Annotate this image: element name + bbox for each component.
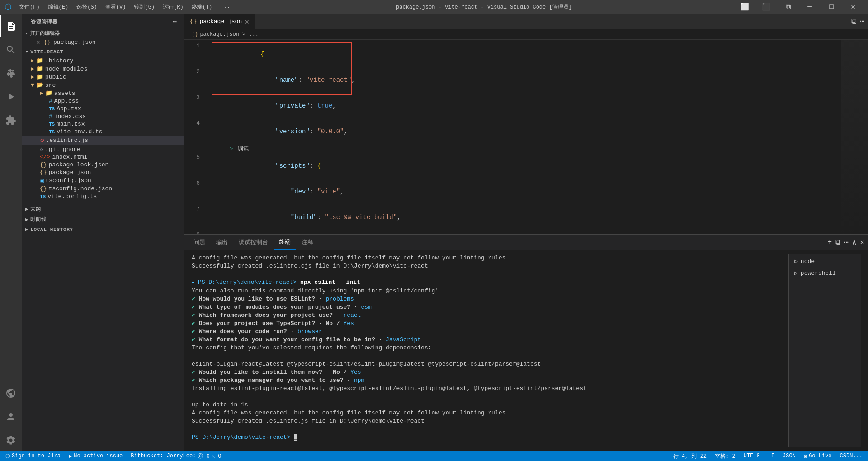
status-line-col[interactable]: 行 4, 列 22 <box>671 452 708 460</box>
line-content-6: "dev": "vite", <box>207 179 841 205</box>
section-local-history[interactable]: ▶ LOCAL HISTORY <box>22 225 184 234</box>
tree-item-node-modules[interactable]: ▶ 📁 node_modules <box>22 65 184 73</box>
titlebar-sidebar-toggle[interactable]: ⬜ <box>734 0 755 14</box>
open-editors-chevron: ▾ <box>25 31 28 36</box>
status-spaces-label: 空格: 2 <box>715 452 736 460</box>
tab-debug-console[interactable]: 调试控制台 <box>233 235 274 250</box>
tab-problems[interactable]: 问题 <box>188 235 211 250</box>
section-outline[interactable]: ▶ 大纲 <box>22 204 184 214</box>
menu-select[interactable]: 选择(S) <box>73 2 101 12</box>
tab-close-icon[interactable]: ✕ <box>245 17 249 26</box>
terminal-split-icon[interactable]: ⧉ <box>835 238 840 247</box>
titlebar: ⬡ 文件(F) 编辑(E) 选择(S) 查看(V) 转到(G) 运行(R) 终端… <box>0 0 868 14</box>
activity-settings[interactable] <box>0 429 22 451</box>
tree-item-gitignore[interactable]: ◇ .gitignore <box>22 145 184 153</box>
terminal-answer-esm: esm <box>361 304 372 310</box>
tab-package-json[interactable]: {} package.json ✕ <box>184 14 255 29</box>
tree-item-package-json[interactable]: {} package.json <box>22 169 184 176</box>
status-no-issue[interactable]: ▶ No active issue <box>67 453 124 460</box>
menu-file[interactable]: 文件(F) <box>15 2 43 12</box>
titlebar-maximize[interactable]: □ <box>821 0 842 14</box>
debug-play-icon[interactable]: ▷ <box>230 145 236 153</box>
titlebar-panel-toggle[interactable]: ⬛ <box>756 0 777 14</box>
tree-item-label: tsconfig.node.json <box>49 185 112 192</box>
terminal-line: Installing eslint-plugin-react@latest, @… <box>192 385 788 393</box>
editor-more-icon[interactable]: ⋯ <box>860 17 864 26</box>
tab-terminal[interactable]: 终端 <box>274 235 296 250</box>
tab-comments[interactable]: 注释 <box>296 235 319 250</box>
tree-item-vite-env[interactable]: TS vite-env.d.ts <box>22 128 184 136</box>
terminal-close-icon[interactable]: ✕ <box>860 238 864 247</box>
activity-remote[interactable] <box>0 382 22 404</box>
terminal-more-icon[interactable]: ⋯ <box>844 238 849 247</box>
status-spaces[interactable]: 空格: 2 <box>713 452 737 460</box>
activity-source-control[interactable] <box>0 62 22 84</box>
status-extra[interactable]: CSDN... <box>838 453 864 459</box>
tree-item-eslintrc[interactable]: ⊙ .eslintrc.js <box>22 136 184 145</box>
tree-item-tsconfig-node[interactable]: {} tsconfig.node.json <box>22 185 184 193</box>
line-content-8: "preview": "vite preview" <box>207 230 841 234</box>
terminal-content[interactable]: A config file was generated, but the con… <box>184 250 868 451</box>
menu-terminal[interactable]: 终端(T) <box>188 2 216 12</box>
menu-edit[interactable]: 编辑(E) <box>44 2 72 12</box>
close-editor-icon[interactable]: ✕ <box>36 38 40 46</box>
terminal-line: A config file was generated, but the con… <box>192 409 788 417</box>
project-root-header[interactable]: ▾ VITE-REACT <box>22 47 184 56</box>
line-content-2: "name": "vite-react", <box>207 67 841 93</box>
menu-more[interactable]: ... <box>217 2 234 12</box>
terminal-instance-node[interactable]: ▷ node <box>791 256 859 268</box>
status-bitbucket[interactable]: Bitbucket: JerryLee: ⓪ 0 △ 0 <box>129 452 223 460</box>
status-go-live[interactable]: ◉ Go Live <box>802 453 834 460</box>
json-file-icon: {} <box>40 169 47 176</box>
status-left: ⬡ Sign in to Jira ▶ No active issue Bitb… <box>4 452 223 460</box>
terminal-line: ✔ Where does your code run? · browser <box>192 328 788 336</box>
line-number-2: 2 <box>184 67 207 76</box>
activity-account[interactable] <box>0 406 22 428</box>
tree-item-label: App.tsx <box>57 105 81 112</box>
activity-search[interactable] <box>0 39 22 61</box>
titlebar-close[interactable]: ✕ <box>843 0 863 14</box>
tab-output[interactable]: 输出 <box>211 235 233 250</box>
tree-item-index-css[interactable]: # index.css <box>22 113 184 120</box>
tree-item-app-tsx[interactable]: TS App.tsx <box>22 105 184 113</box>
status-language[interactable]: JSON <box>781 453 797 459</box>
tree-item-package-lock[interactable]: {} package-lock.json <box>22 161 184 169</box>
tree-item-public[interactable]: ▶ 📁 public <box>22 73 184 81</box>
titlebar-minimize[interactable]: ─ <box>799 0 820 14</box>
json-file-icon: {} <box>40 161 47 168</box>
tree-item-vite-config[interactable]: TS vite.config.ts <box>22 193 184 200</box>
tree-item-src[interactable]: ▼ 📂 src <box>22 81 184 89</box>
status-jira[interactable]: ⬡ Sign in to Jira <box>4 453 62 460</box>
open-editor-item[interactable]: ✕ {} package.json <box>22 38 184 47</box>
split-editor-icon[interactable]: ⧉ <box>851 17 856 26</box>
titlebar-layout-toggle[interactable]: ⧉ <box>778 0 798 14</box>
status-line-ending[interactable]: LF <box>766 453 776 459</box>
terminal-answer-yes2: Yes <box>350 369 361 376</box>
status-encoding[interactable]: UTF-8 <box>742 453 762 459</box>
terminal-chevron-up-icon[interactable]: ∧ <box>852 238 857 247</box>
open-editors-header[interactable]: ▾ 打开的编辑器 <box>22 28 184 38</box>
tree-item-main-tsx[interactable]: TS main.tsx <box>22 120 184 128</box>
sidebar: 资源管理器 ⋯ ▾ 打开的编辑器 ✕ {} package.json ▾ VIT… <box>22 14 184 451</box>
menu-view[interactable]: 查看(V) <box>102 2 130 12</box>
activity-run-debug[interactable] <box>0 86 22 108</box>
section-timeline[interactable]: ▶ 时间线 <box>22 214 184 225</box>
terminal-line: ● PS D:\Jerry\demo\vite-react> npx eslin… <box>192 278 788 287</box>
menu-run[interactable]: 运行(R) <box>159 2 187 12</box>
terminal-sidebar: ▷ node ▷ powershell <box>788 254 861 447</box>
editor-content[interactable]: 1 { 2 "name": "vite-react", <box>184 40 841 234</box>
tree-item-app-css[interactable]: # App.css <box>22 97 184 105</box>
folder-icon: 📂 <box>36 81 43 89</box>
tree-item-history[interactable]: ▶ 📁 .history <box>22 56 184 65</box>
terminal-instance-powershell[interactable]: ▷ powershell <box>791 268 859 279</box>
sidebar-more-icon[interactable]: ⋯ <box>172 17 177 26</box>
tree-item-tsconfig[interactable]: ▣ tsconfig.json <box>22 176 184 185</box>
activity-extensions[interactable] <box>0 109 22 131</box>
terminal-add-icon[interactable]: + <box>827 238 832 246</box>
tree-item-assets[interactable]: ▶ 📁 assets <box>22 89 184 97</box>
terminal-question: What type of modules does your project u… <box>199 304 361 310</box>
menu-goto[interactable]: 转到(G) <box>130 2 158 12</box>
terminal-instance-name: node <box>801 258 815 266</box>
activity-explorer[interactable] <box>0 15 22 37</box>
tree-item-index-html[interactable]: </> index.html <box>22 153 184 161</box>
